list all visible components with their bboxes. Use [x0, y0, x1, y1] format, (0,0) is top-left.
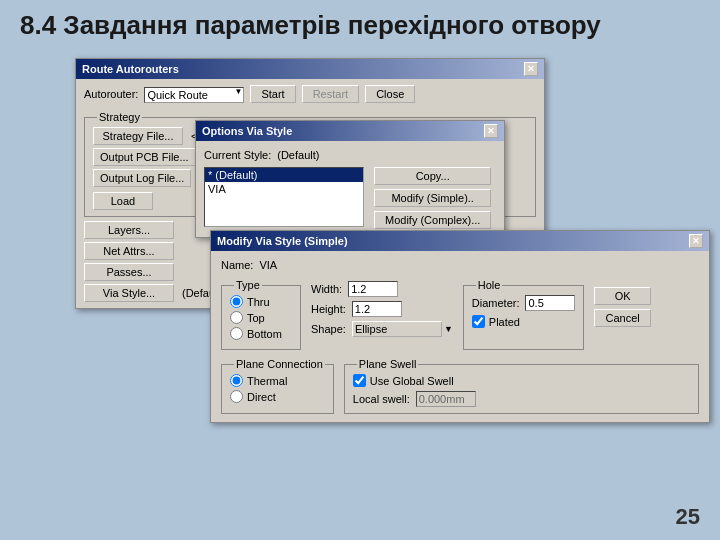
bottom-label: Bottom — [247, 328, 282, 340]
style-item-default[interactable]: * (Default) — [205, 168, 363, 182]
restart-button[interactable]: Restart — [302, 85, 359, 103]
options-win-title: Options Via Style — [202, 125, 292, 137]
ok-button[interactable]: OK — [594, 287, 650, 305]
plane-swell-group: Plane Swell Use Global Swell Local swell… — [344, 358, 699, 414]
options-via-style-window: Options Via Style ✕ Current Style: (Defa… — [195, 120, 505, 238]
use-global-row: Use Global Swell — [353, 374, 690, 387]
style-listbox[interactable]: * (Default) VIA — [204, 167, 364, 227]
thermal-row: Thermal — [230, 374, 325, 387]
thru-radio[interactable] — [230, 295, 243, 308]
fields-group: Width: Height: Shape: Ellipse Rectangle … — [311, 281, 453, 350]
options-win-titlebar: Options Via Style ✕ — [196, 121, 504, 141]
current-style-row: Current Style: (Default) — [204, 149, 496, 161]
plated-row: Plated — [472, 315, 576, 328]
route-win-title: Route Autorouters — [82, 63, 179, 75]
use-global-label: Use Global Swell — [370, 375, 454, 387]
direct-radio[interactable] — [230, 390, 243, 403]
local-swell-input — [416, 391, 476, 407]
modify-win-titlebar: Modify Via Style (Simple) ✕ — [211, 231, 709, 251]
bottom-row: Bottom — [230, 327, 292, 340]
diameter-input[interactable] — [525, 295, 575, 311]
plated-checkbox[interactable] — [472, 315, 485, 328]
thru-row: Thru — [230, 295, 292, 308]
direct-row: Direct — [230, 390, 325, 403]
via-style-button[interactable]: Via Style... — [84, 284, 174, 302]
direct-label: Direct — [247, 391, 276, 403]
height-label: Height: — [311, 303, 346, 315]
page-title: 8.4 Завдання параметрів перехідного отво… — [0, 0, 720, 47]
modify-main: Type Thru Top Bottom Width: — [221, 279, 699, 350]
width-label: Width: — [311, 283, 342, 295]
local-swell-row: Local swell: — [353, 391, 690, 407]
shape-select-wrapper: Ellipse Rectangle Octagon ▼ — [352, 321, 453, 337]
shape-arrow-icon: ▼ — [444, 324, 453, 334]
autorouter-select-wrapper: Quick Route ▼ — [144, 85, 244, 103]
height-row: Height: — [311, 301, 453, 317]
thru-label: Thru — [247, 296, 270, 308]
width-row: Width: — [311, 281, 453, 297]
strategy-file-button[interactable]: Strategy File... — [93, 127, 183, 145]
thermal-radio[interactable] — [230, 374, 243, 387]
load-button[interactable]: Load — [93, 192, 153, 210]
name-row: Name: VIA — [221, 259, 699, 271]
plane-swell-legend: Plane Swell — [357, 358, 418, 370]
top-row: Top — [230, 311, 292, 324]
hole-group: Hole Diameter: Plated — [463, 279, 585, 350]
close-button[interactable]: Close — [365, 85, 415, 103]
ok-cancel-group: OK Cancel — [594, 287, 650, 350]
diameter-row: Diameter: — [472, 295, 576, 311]
output-pcb-button[interactable]: Output PCB File... — [93, 148, 196, 166]
options-main-row: * (Default) VIA Copy... Modify (Simple).… — [204, 167, 496, 229]
route-win-titlebar: Route Autorouters ✕ — [76, 59, 544, 79]
shape-select[interactable]: Ellipse Rectangle Octagon — [352, 321, 442, 337]
output-log-button[interactable]: Output Log File... — [93, 169, 191, 187]
type-group: Type Thru Top Bottom — [221, 279, 301, 350]
net-attrs-button[interactable]: Net Attrs... — [84, 242, 174, 260]
name-value: VIA — [259, 259, 277, 271]
modify-via-style-window: Modify Via Style (Simple) ✕ Name: VIA Ty… — [210, 230, 710, 423]
route-win-close-btn[interactable]: ✕ — [524, 62, 538, 76]
options-win-close-btn[interactable]: ✕ — [484, 124, 498, 138]
top-radio[interactable] — [230, 311, 243, 324]
start-button[interactable]: Start — [250, 85, 295, 103]
modify-simple-button[interactable]: Modify (Simple).. — [374, 189, 491, 207]
height-input[interactable] — [352, 301, 402, 317]
type-legend: Type — [234, 279, 262, 291]
options-right-buttons: Copy... Modify (Simple).. Modify (Comple… — [374, 167, 491, 229]
copy-button[interactable]: Copy... — [374, 167, 491, 185]
style-item-via[interactable]: VIA — [205, 182, 363, 196]
current-style-value: (Default) — [277, 149, 319, 161]
width-input[interactable] — [348, 281, 398, 297]
top-label: Top — [247, 312, 265, 324]
diameter-label: Diameter: — [472, 297, 520, 309]
plane-connection-group: Plane Connection Thermal Direct — [221, 358, 334, 414]
autorouter-row: Autorouter: Quick Route ▼ Start Restart … — [84, 85, 536, 103]
modify-win-close-btn[interactable]: ✕ — [689, 234, 703, 248]
autorouter-label: Autorouter: — [84, 88, 138, 100]
bottom-radio[interactable] — [230, 327, 243, 340]
autorouter-select[interactable]: Quick Route — [144, 87, 244, 103]
thermal-label: Thermal — [247, 375, 287, 387]
modify-win-title: Modify Via Style (Simple) — [217, 235, 348, 247]
local-swell-label: Local swell: — [353, 393, 410, 405]
hole-legend: Hole — [476, 279, 503, 291]
layers-button[interactable]: Layers... — [84, 221, 174, 239]
modify-complex-button[interactable]: Modify (Complex)... — [374, 211, 491, 229]
use-global-checkbox[interactable] — [353, 374, 366, 387]
passes-button[interactable]: Passes... — [84, 263, 174, 281]
strategy-legend: Strategy — [97, 111, 142, 123]
bottom-row: Plane Connection Thermal Direct Plane Sw… — [221, 358, 699, 414]
plated-label: Plated — [489, 316, 520, 328]
options-win-body: Current Style: (Default) * (Default) VIA… — [196, 141, 504, 237]
cancel-button[interactable]: Cancel — [594, 309, 650, 327]
shape-row: Shape: Ellipse Rectangle Octagon ▼ — [311, 321, 453, 337]
name-label: Name: — [221, 259, 253, 271]
current-style-label: Current Style: — [204, 149, 271, 161]
shape-label: Shape: — [311, 323, 346, 335]
plane-conn-legend: Plane Connection — [234, 358, 325, 370]
modify-win-body: Name: VIA Type Thru Top Bottom — [211, 251, 709, 422]
page-number: 25 — [676, 504, 700, 530]
